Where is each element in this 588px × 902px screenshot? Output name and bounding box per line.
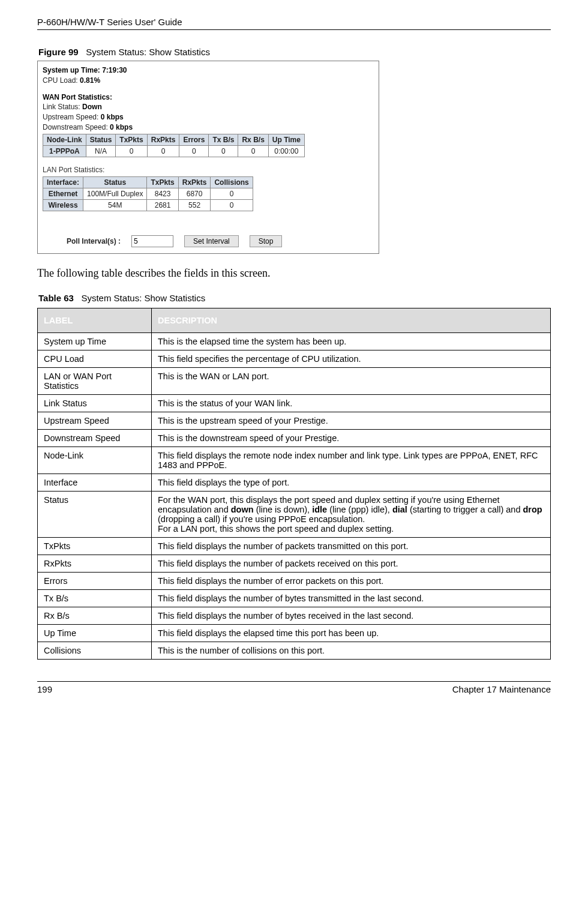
text: (dropping a call) if you're using PPPoE … xyxy=(158,514,365,524)
table-row: ErrorsThis field displays the number of … xyxy=(38,573,551,590)
uptime-value: 7:19:30 xyxy=(102,66,127,74)
lan-if-eth: Ethernet xyxy=(43,188,83,200)
upstream-label: Upstream Speed: xyxy=(43,113,98,121)
link-status-value: Down xyxy=(82,103,102,111)
table-caption: Table 63 System Status: Show Statistics xyxy=(38,293,551,303)
lan-row-ethernet: Ethernet 100M/Full Duplex 8423 6870 0 xyxy=(43,188,253,200)
wan-cell: 0 xyxy=(238,146,268,157)
lan-h-col: Collisions xyxy=(211,177,253,188)
row-label: Node-Link xyxy=(38,447,152,474)
row-desc: This field displays the elapsed time thi… xyxy=(152,625,551,642)
text: For a LAN port, this shows the port spee… xyxy=(158,524,394,534)
wan-h-tx: TxPkts xyxy=(116,134,147,146)
row-label: Status xyxy=(38,492,152,538)
description-table: LABEL DESCRIPTION System up TimeThis is … xyxy=(37,308,551,660)
wan-h-up: Up Time xyxy=(268,134,304,146)
table-row: LAN or WAN Port StatisticsThis is the WA… xyxy=(38,368,551,395)
lan-h-rx: RxPkts xyxy=(178,177,211,188)
row-desc: This field displays the number of bytes … xyxy=(152,590,551,607)
row-label: RxPkts xyxy=(38,555,152,573)
downstream-label: Downstream Speed: xyxy=(43,123,108,131)
row-desc: This is the WAN or LAN port. xyxy=(152,368,551,395)
set-interval-button[interactable]: Set Interval xyxy=(184,235,239,247)
wan-h-node: Node-Link xyxy=(43,134,86,146)
col-label: LABEL xyxy=(38,308,152,333)
table-row: CollisionsThis is the number of collisio… xyxy=(38,642,551,660)
figure-label: Figure 99 xyxy=(38,47,79,57)
lan-cell: 0 xyxy=(211,200,253,211)
cpu-label: CPU Load: xyxy=(43,76,78,85)
row-desc: This field displays the type of port. xyxy=(152,474,551,492)
row-label: TxPkts xyxy=(38,538,152,555)
poll-interval-input[interactable] xyxy=(131,235,173,247)
wan-section-title: WAN Port Statistics: xyxy=(43,93,374,101)
wan-cell: 0:00:00 xyxy=(268,146,304,157)
wan-h-txbs: Tx B/s xyxy=(209,134,238,146)
running-header: P-660H/HW/W-T Series User' Guide xyxy=(37,17,551,30)
lan-cell: 8423 xyxy=(147,188,178,200)
lan-row-wireless: Wireless 54M 2681 552 0 xyxy=(43,200,253,211)
table-row: CPU LoadThis field specifies the percent… xyxy=(38,350,551,368)
wan-h-rxbs: Rx B/s xyxy=(238,134,268,146)
row-label: LAN or WAN Port Statistics xyxy=(38,368,152,395)
chapter-label: Chapter 17 Maintenance xyxy=(452,684,551,694)
lan-cell: 0 xyxy=(211,188,253,200)
row-label: Downstream Speed xyxy=(38,430,152,447)
lan-cell: 6870 xyxy=(178,188,211,200)
bold: down xyxy=(231,505,254,514)
table-row: Downstream SpeedThis is the downstream s… xyxy=(38,430,551,447)
wan-h-status: Status xyxy=(86,134,116,146)
row-label: Collisions xyxy=(38,642,152,660)
bold: idle xyxy=(312,505,327,514)
stop-button[interactable]: Stop xyxy=(250,235,283,247)
row-desc: This field specifies the percentage of C… xyxy=(152,350,551,368)
wan-table: Node-Link Status TxPkts RxPkts Errors Tx… xyxy=(43,134,305,157)
text: (starting to trigger a call) and xyxy=(407,505,523,514)
link-status-label: Link Status: xyxy=(43,103,80,111)
lan-cell: 54M xyxy=(83,200,147,211)
bold: dial xyxy=(392,505,407,514)
downstream-value: 0 kbps xyxy=(110,123,133,131)
table-row: Node-LinkThis field displays the remote … xyxy=(38,447,551,474)
row-desc: This field displays the number of packet… xyxy=(152,538,551,555)
row-desc: For the WAN port, this displays the port… xyxy=(152,492,551,538)
lan-if-wifi: Wireless xyxy=(43,200,83,211)
col-description: DESCRIPTION xyxy=(152,308,551,333)
table-row: Tx B/sThis field displays the number of … xyxy=(38,590,551,607)
lan-h-tx: TxPkts xyxy=(147,177,178,188)
row-label: Link Status xyxy=(38,395,152,412)
statistics-screenshot: System up Time: 7:19:30 CPU Load: 0.81% … xyxy=(37,61,379,254)
row-desc: This is the upstream speed of your Prest… xyxy=(152,412,551,430)
row-label: Up Time xyxy=(38,625,152,642)
table-row: Link StatusThis is the status of your WA… xyxy=(38,395,551,412)
row-label: Interface xyxy=(38,474,152,492)
lan-h-status: Status xyxy=(83,177,147,188)
row-label: Upstream Speed xyxy=(38,412,152,430)
lan-section-title: LAN Port Statistics: xyxy=(43,166,374,174)
table-row: Upstream SpeedThis is the upstream speed… xyxy=(38,412,551,430)
table-row: Up TimeThis field displays the elapsed t… xyxy=(38,625,551,642)
table-title: System Status: Show Statistics xyxy=(81,293,205,303)
page-footer: 199 Chapter 17 Maintenance xyxy=(37,681,551,694)
row-label: Rx B/s xyxy=(38,607,152,625)
row-desc: This is the number of collisions on this… xyxy=(152,642,551,660)
row-desc: This field displays the number of error … xyxy=(152,573,551,590)
page-number: 199 xyxy=(37,684,52,694)
cpu-value: 0.81% xyxy=(80,76,100,85)
lan-table: Interface: Status TxPkts RxPkts Collisio… xyxy=(43,176,253,211)
text: (line (ppp) idle), xyxy=(327,505,392,514)
row-label: Tx B/s xyxy=(38,590,152,607)
row-desc: This field displays the number of packet… xyxy=(152,555,551,573)
table-row: InterfaceThis field displays the type of… xyxy=(38,474,551,492)
row-desc: This field displays the remote node inde… xyxy=(152,447,551,474)
bold: drop xyxy=(523,505,542,514)
lan-cell: 552 xyxy=(178,200,211,211)
row-desc: This is the elapsed time the system has … xyxy=(152,333,551,350)
upstream-value: 0 kbps xyxy=(101,113,124,121)
row-label: System up Time xyxy=(38,333,152,350)
wan-h-err: Errors xyxy=(179,134,209,146)
row-desc: This is the downstream speed of your Pre… xyxy=(152,430,551,447)
wan-cell: 0 xyxy=(179,146,209,157)
wan-cell: 0 xyxy=(116,146,147,157)
wan-node-link[interactable]: 1-PPPoA xyxy=(43,146,86,157)
